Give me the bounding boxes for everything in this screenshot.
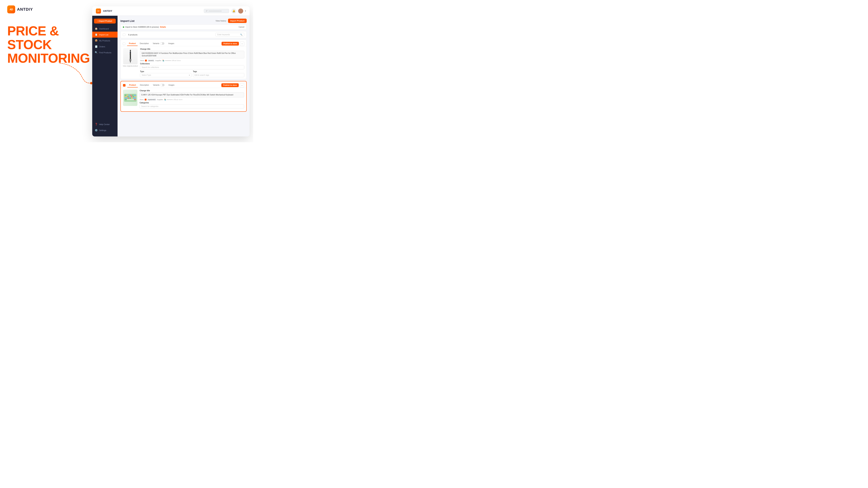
sidebar-item-my-products[interactable]: 📦 My Products [92,38,118,43]
sidebar-item-label: Orders [99,45,105,48]
supplier-label-2: Supplier: [157,99,163,100]
top-logo-badge: AD [96,8,101,13]
product-2-checkbox[interactable]: ✓ [123,84,125,87]
main-content: + Import Product 🏠 Dashboard 📋 Import Li… [92,16,250,136]
svg-rect-5 [130,53,130,53]
panel-title: Import List [120,19,134,23]
svg-rect-29 [134,99,136,100]
store-value-1: store01 [148,60,154,62]
progress-left: Import to Store #1688659 (3/6 In process… [123,26,166,28]
sidebar-item-find-products[interactable]: 🔍 Find Products [92,50,118,56]
tab-description-1[interactable]: Description [138,41,151,46]
top-bar: AD ANTDIY ⇄ ●●●●●●●●●●●● 🔔 ▾ [92,6,250,16]
more-options-btn-1[interactable]: ··· [240,41,244,46]
svg-rect-20 [133,96,134,97]
svg-rect-25 [131,98,133,99]
search-icon: 🔍 [240,34,242,36]
collections-label-1: Collections [140,63,244,65]
store-icon-2 [145,99,147,100]
tags-input-1[interactable]: Edit & search tags [193,73,244,77]
sidebar-item-label: Dashboard [99,28,109,30]
top-icons: 🔔 ▾ [231,8,246,13]
find-products-icon: 🔍 [95,51,98,54]
svg-text:0.5: 0.5 [130,51,131,52]
chevron-down-icon[interactable]: ▾ [245,10,246,12]
publish-to-store-btn-2[interactable]: Publish to store [221,83,239,87]
view-original-link-1[interactable]: View original product [123,65,138,67]
change-title-label-1: Change title [140,48,244,50]
categories-label-2: Categories [140,102,244,104]
publish-to-store-btn-1[interactable]: Publish to store [221,42,239,45]
top-search-bar[interactable]: ⇄ ●●●●●●●●●●●● [204,9,229,13]
sidebar-item-label: Import List [99,34,108,36]
svg-rect-28 [127,99,134,100]
sidebar-item-label: Settings [99,129,106,131]
supplier-icon-1: 🏪 [162,60,164,61]
svg-marker-4 [130,61,131,63]
products-search-input[interactable]: Enter keywords 🔍 [215,33,244,36]
import-list-icon: 📋 [95,33,98,36]
type-tags-row-1: Type Select Type ▾ Tags Edit & search ta… [140,70,244,77]
view-history-link[interactable]: View history [216,20,226,22]
tab-images-2[interactable]: Images [167,83,176,88]
toggle-knob-2 [160,84,162,86]
supplier-icon-2: 🏪 [164,99,166,100]
collections-input-1[interactable]: Search for collections [140,65,244,69]
svg-rect-18 [129,96,130,97]
notification-bell-icon[interactable]: 🔔 [231,8,236,13]
tab-product-1[interactable]: Product [127,41,137,46]
products-count: 6 products [128,34,137,36]
svg-rect-12 [128,95,130,96]
sidebar-item-dashboard[interactable]: 🏠 Dashboard [92,26,118,32]
import-product-button[interactable]: Import Product [228,19,247,23]
more-options-btn-2[interactable]: ··· [240,83,244,88]
tab-description-2[interactable]: Description [138,83,151,88]
sidebar-item-import-list[interactable]: 📋 Import List [92,32,118,38]
sidebar-import-button[interactable]: + Import Product [94,19,116,24]
card-actions-2: Publish to store ··· [221,83,244,88]
header-actions: View history Import Product [216,19,247,23]
chevron-down-icon: ▾ [189,74,190,76]
dashboard-icon: 🏠 [95,27,98,30]
select-all-checkbox[interactable] [123,33,125,36]
product-title-2[interactable]: G-MKY 135 XDA Keycaps PBT Dye-Sublimated… [140,92,244,97]
tab-product-2[interactable]: Product [127,83,138,88]
sidebar-item-settings[interactable]: ⚙️ Settings [92,127,118,133]
sidebar-item-orders[interactable]: 🗒️ Orders [92,43,118,50]
tab-images-1[interactable]: Images [166,41,176,46]
progress-text: Import to Store #1688659 (3/6 In process… [125,26,159,28]
app-window: AD ANTDIY ⇄ ●●●●●●●●●●●● 🔔 ▾ + Import Pr… [92,6,250,136]
cancel-link[interactable]: Cancel [239,26,244,28]
svg-rect-24 [129,98,131,99]
svg-point-1 [91,83,92,84]
type-label-1: Type [140,70,191,72]
store-icon-1 [145,60,147,61]
product-image-2 [123,90,137,106]
details-link[interactable]: Details [160,26,166,28]
user-avatar[interactable] [238,8,243,13]
orders-icon: 🗒️ [95,45,98,48]
categories-input-2[interactable]: Search for categories [140,104,244,108]
variants-toggle-2[interactable] [160,84,164,86]
type-field-1: Type Select Type ▾ [140,70,191,77]
svg-rect-26 [133,98,136,99]
svg-rect-6 [130,54,130,54]
product-title-1[interactable]: KACOGREEN EASY 4 Functions Pen Multifunc… [140,51,244,58]
store-value-2: mystore02 [147,98,156,101]
store-label-2: Store: [140,99,144,100]
svg-rect-14 [132,95,133,96]
card-tabs-1: Product Description Variants Images Publ… [121,40,246,46]
type-select-1[interactable]: Select Type ▾ [140,73,191,77]
svg-rect-21 [134,96,136,97]
product-1-checkbox[interactable] [123,42,125,45]
variants-toggle-1[interactable] [160,42,164,45]
store-info-1: Store: store01 Supplier: 🏪 ●●●●●● Offici… [140,60,244,62]
tab-variants-1[interactable]: Variants [151,41,166,46]
store-label-1: Store: [140,60,144,61]
decorative-arrow [56,61,96,85]
sidebar-item-label: My Products [99,40,110,42]
change-title-label-2: Change title [140,90,244,92]
sidebar-item-help[interactable]: ❓ Help Center [92,121,118,127]
tab-variants-2[interactable]: Variants [151,83,166,88]
supplier-label-1: Supplier: [155,60,162,61]
